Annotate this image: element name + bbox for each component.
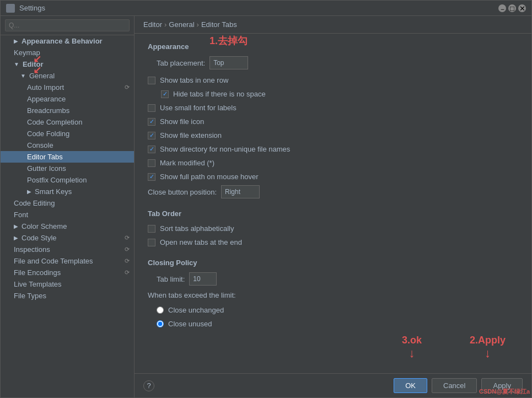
mark-modified-row: Mark modified (*) [148, 158, 518, 168]
hide-tabs-no-space-checkbox[interactable] [161, 90, 169, 98]
sidebar-item-appearance-behavior[interactable]: Appearance & Behavior [1, 35, 134, 47]
sidebar-label: General [29, 72, 55, 80]
close-unchanged-label: Close unchanged [168, 306, 224, 314]
show-file-icon-checkbox[interactable] [148, 118, 155, 126]
tab-placement-dropdown[interactable]: Top Bottom Left Right None [209, 56, 248, 69]
open-new-tabs-row: Open new tabs at the end [148, 237, 518, 248]
sidebar-label: Code Style [22, 234, 57, 242]
sidebar-label: Editor Tabs [27, 153, 63, 161]
sidebar-item-font[interactable]: Font [1, 209, 134, 220]
sidebar-item-file-types[interactable]: File Types [1, 290, 134, 302]
sidebar-label: Appearance & Behavior [22, 37, 103, 45]
closing-policy-title: Closing Policy [148, 259, 518, 267]
sidebar-label: Breadcrumbs [27, 106, 69, 115]
sidebar-item-live-templates[interactable]: Live Templates [1, 278, 134, 290]
hide-tabs-no-space-label: Hide tabs if there is no space [173, 90, 266, 98]
sidebar-item-smart-keys[interactable]: Smart Keys [1, 186, 134, 197]
show-file-extension-checkbox[interactable] [148, 132, 155, 139]
sidebar-item-file-code-templates[interactable]: File and Code Templates ⟳ [1, 255, 134, 267]
show-file-extension-label: Show file extension [160, 131, 222, 139]
title-bar-left: Settings [6, 4, 45, 13]
sidebar-label: Console [27, 141, 53, 149]
sidebar-label: Color Scheme [22, 222, 67, 230]
expand-icon [20, 73, 26, 79]
sidebar: Appearance & Behavior Keymap Editor Gene… [1, 16, 135, 397]
show-tabs-one-row-label: Show tabs in one row [160, 76, 228, 84]
cancel-button[interactable]: Cancel [432, 378, 477, 393]
search-input[interactable] [5, 19, 130, 31]
sidebar-label: Gutter Icons [27, 164, 66, 173]
show-directory-row: Show directory for non-unique file names [148, 144, 518, 154]
expand-icon [14, 235, 18, 241]
breadcrumb-sep2: › [197, 20, 199, 29]
sidebar-item-code-completion[interactable]: Code Completion [1, 116, 134, 128]
close-unchanged-radio[interactable] [157, 306, 164, 314]
settings-icon [6, 4, 15, 13]
breadcrumb-general: General [169, 20, 194, 29]
minimize-button[interactable]: － [498, 4, 506, 12]
show-file-icon-label: Show file icon [160, 117, 204, 126]
close-unused-label: Close unused [168, 320, 212, 328]
sidebar-item-postfix-completion[interactable]: Postfix Completion [1, 174, 134, 186]
open-new-tabs-checkbox[interactable] [148, 239, 155, 246]
expand-icon [14, 223, 18, 229]
breadcrumb-editor-tabs: Editor Tabs [201, 20, 237, 29]
maximize-button[interactable]: □ [508, 4, 516, 12]
sidebar-label: Code Folding [27, 130, 69, 138]
sidebar-label: Font [14, 211, 28, 219]
tab-placement-row: Tab placement: Top Bottom Left Right Non… [148, 56, 518, 69]
tab-limit-input[interactable] [189, 272, 217, 286]
close-unused-radio[interactable] [157, 320, 164, 327]
close-button-dropdown[interactable]: Right Left None [221, 185, 260, 198]
sidebar-item-inspections[interactable]: Inspections ⟳ [1, 244, 134, 255]
sidebar-label: Live Templates [14, 280, 61, 288]
sidebar-item-editor[interactable]: Editor [1, 58, 134, 70]
when-exceed-row: When tabs exceed the limit: [148, 291, 518, 299]
sort-alphabetically-checkbox[interactable] [148, 225, 155, 233]
sidebar-item-gutter-icons[interactable]: Gutter Icons [1, 163, 134, 174]
show-directory-label: Show directory for non-unique file names [160, 145, 290, 153]
breadcrumb-editor: Editor [143, 20, 162, 29]
tab-placement-label: Tab placement: [148, 59, 205, 67]
show-tabs-one-row-checkbox[interactable] [148, 77, 155, 84]
sidebar-item-auto-import[interactable]: Auto Import ⟳ [1, 82, 134, 93]
close-unused-row: Close unused [148, 319, 518, 329]
sidebar-item-appearance[interactable]: Appearance [1, 93, 134, 105]
sidebar-item-keymap[interactable]: Keymap [1, 47, 134, 58]
watermark: CSDN@夏不绿江a [479, 388, 530, 396]
sidebar-item-breadcrumbs[interactable]: Breadcrumbs [1, 105, 134, 116]
sidebar-label: Inspections [14, 245, 50, 254]
sidebar-item-code-editing[interactable]: Code Editing [1, 197, 134, 209]
sidebar-item-general[interactable]: General [1, 70, 134, 82]
close-unchanged-row: Close unchanged [148, 305, 518, 315]
show-full-path-checkbox[interactable] [148, 173, 155, 181]
sidebar-label: Auto Import [27, 83, 64, 92]
close-button[interactable]: ✕ [518, 4, 526, 12]
sidebar-label: Appearance [27, 95, 66, 103]
sidebar-item-code-style[interactable]: Code Style ⟳ [1, 232, 134, 244]
show-file-icon-row: Show file icon [148, 116, 518, 127]
appearance-title: Appearance [148, 42, 518, 51]
open-new-tabs-label: Open new tabs at the end [160, 238, 242, 246]
title-bar-controls: － □ ✕ [498, 4, 526, 12]
ok-button[interactable]: OK [394, 378, 427, 393]
show-directory-checkbox[interactable] [148, 146, 155, 153]
sidebar-item-file-encodings[interactable]: File Encodings ⟳ [1, 267, 134, 278]
sidebar-label: Code Completion [27, 118, 82, 126]
breadcrumb: Editor › General › Editor Tabs [135, 16, 531, 34]
sidebar-item-editor-tabs[interactable]: Editor Tabs [1, 151, 134, 163]
sidebar-label: Postfix Completion [27, 176, 87, 184]
use-small-font-row: Use small font for labels [148, 103, 518, 113]
window-title: Settings [19, 4, 45, 12]
settings-window: Settings － □ ✕ Appearance & Behavior [0, 0, 532, 398]
settings-content: Appearance Tab placement: Top Bottom Lef… [135, 34, 531, 373]
hide-tabs-no-space-row: Hide tabs if there is no space [148, 89, 518, 99]
use-small-font-checkbox[interactable] [148, 104, 155, 112]
appearance-section: Appearance Tab placement: Top Bottom Lef… [148, 42, 518, 198]
sidebar-item-code-folding[interactable]: Code Folding [1, 128, 134, 139]
main-wrapper: Editor › General › Editor Tabs Appearanc… [135, 16, 531, 397]
help-button[interactable]: ? [143, 380, 154, 391]
sidebar-item-console[interactable]: Console [1, 139, 134, 151]
mark-modified-checkbox[interactable] [148, 159, 155, 167]
sidebar-item-color-scheme[interactable]: Color Scheme [1, 220, 134, 232]
